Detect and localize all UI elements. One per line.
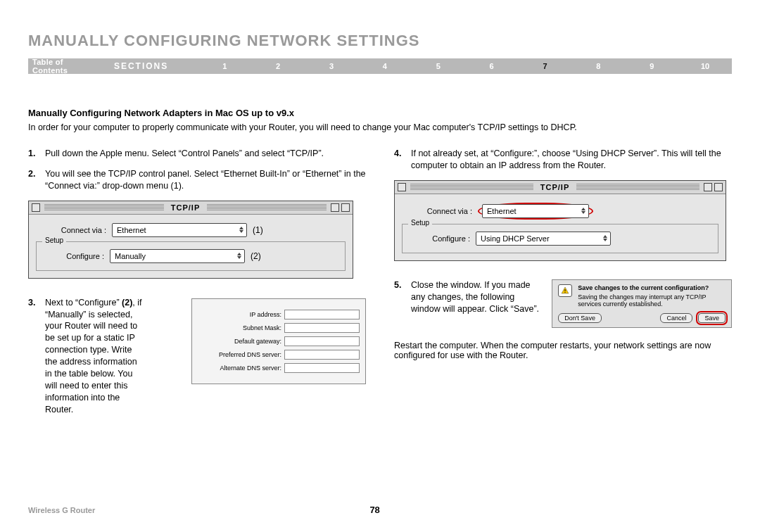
connect-via-value: Ethernet bbox=[117, 226, 146, 234]
connect-via-label: Connect via : bbox=[36, 226, 112, 234]
step-number: 5. bbox=[394, 279, 411, 315]
step-text: If not already set, at “Configure:”, cho… bbox=[411, 148, 732, 172]
window-title: TCP/IP bbox=[168, 203, 203, 212]
default-gateway-field[interactable] bbox=[284, 336, 360, 346]
dialog-question: Save changes to the current configuratio… bbox=[578, 284, 726, 291]
connect-via-dropdown[interactable]: Ethernet bbox=[482, 204, 589, 218]
configure-value: Manually bbox=[115, 252, 146, 260]
annotation-2: (2) bbox=[251, 251, 261, 261]
page-footer: Wireless G Router 78 bbox=[28, 505, 732, 515]
window-titlebar: TCP/IP bbox=[395, 181, 726, 194]
connect-via-value: Ethernet bbox=[487, 207, 517, 215]
save-button[interactable]: Save bbox=[698, 313, 726, 323]
subnet-mask-field[interactable] bbox=[284, 323, 360, 333]
svg-rect-1 bbox=[565, 292, 566, 293]
tcpip-window-dhcp: TCP/IP Connect via : Ethernet bbox=[394, 180, 726, 261]
setup-legend: Setup bbox=[42, 236, 66, 244]
annotation-1: (1) bbox=[253, 225, 263, 235]
section-6[interactable]: 6 bbox=[465, 62, 519, 70]
save-changes-dialog: Save changes to the current configuratio… bbox=[552, 279, 732, 328]
window-zoom-box[interactable] bbox=[331, 203, 339, 212]
step-number: 1. bbox=[28, 148, 45, 160]
titlebar-stripes bbox=[44, 204, 164, 211]
subnet-mask-label: Subnet Mask: bbox=[198, 324, 284, 331]
window-collapse-box[interactable] bbox=[341, 203, 350, 212]
step-text: Pull down the Apple menu. Select “Contro… bbox=[45, 148, 366, 160]
cancel-button[interactable]: Cancel bbox=[660, 313, 692, 323]
page-number: 78 bbox=[95, 505, 654, 515]
configure-label: Configure : bbox=[410, 234, 476, 243]
manual-page: MANUALLY CONFIGURING NETWORK SETTINGS Ta… bbox=[0, 0, 760, 532]
right-column: 4. If not already set, at “Configure:”, … bbox=[394, 148, 732, 424]
window-titlebar: TCP/IP bbox=[29, 201, 353, 215]
section-10[interactable]: 10 bbox=[678, 62, 732, 70]
titlebar-stripes bbox=[207, 204, 327, 211]
step-number: 4. bbox=[394, 148, 411, 172]
step-text: Next to “Configure” (2), if “Manually” i… bbox=[45, 297, 142, 416]
connect-via-dropdown[interactable]: Ethernet bbox=[112, 223, 247, 237]
step3-a: Next to “Configure” bbox=[45, 298, 122, 308]
window-title: TCP/IP bbox=[538, 183, 572, 191]
alternate-dns-field[interactable] bbox=[284, 363, 360, 373]
dropdown-arrows-icon bbox=[237, 253, 241, 259]
dropdown-arrows-icon bbox=[239, 227, 243, 233]
preferred-dns-field[interactable] bbox=[284, 350, 360, 360]
page-title: MANUALLY CONFIGURING NETWORK SETTINGS bbox=[28, 0, 732, 58]
dropdown-arrows-icon bbox=[603, 235, 607, 241]
tcpip-window-manual: TCP/IP Connect via : Ethernet (1) bbox=[28, 201, 353, 279]
configure-value: Using DHCP Server bbox=[481, 234, 550, 243]
ip-settings-table: IP address: Subnet Mask: Default gateway… bbox=[191, 298, 366, 384]
restart-text: Restart the computer. When the computer … bbox=[394, 341, 732, 360]
step-text: You will see the TCP/IP control panel. S… bbox=[45, 168, 366, 192]
step-5: 5. Close the window. If you made any cha… bbox=[394, 279, 540, 315]
step-3: 3. Next to “Configure” (2), if “Manually… bbox=[28, 297, 142, 416]
content-columns: 1. Pull down the Apple menu. Select “Con… bbox=[28, 148, 732, 424]
subheading: Manually Configuring Network Adapters in… bbox=[28, 108, 732, 118]
sections-label: SECTIONS bbox=[114, 61, 168, 71]
step-4: 4. If not already set, at “Configure:”, … bbox=[394, 148, 732, 172]
default-gateway-label: Default gateway: bbox=[198, 338, 284, 345]
product-name: Wireless G Router bbox=[28, 506, 95, 514]
configure-dropdown[interactable]: Using DHCP Server bbox=[476, 232, 611, 246]
step3-c: , if “Manually” is selected, your Router… bbox=[45, 298, 142, 414]
section-7-active[interactable]: 7 bbox=[519, 62, 572, 70]
section-4[interactable]: 4 bbox=[358, 62, 412, 70]
svg-rect-0 bbox=[565, 289, 566, 291]
section-5[interactable]: 5 bbox=[412, 62, 465, 70]
sections-nav: Table of Contents SECTIONS 1 2 3 4 5 6 7… bbox=[28, 58, 732, 74]
preferred-dns-label: Preferred DNS server: bbox=[198, 351, 284, 358]
configure-dropdown[interactable]: Manually bbox=[110, 249, 245, 263]
window-close-box[interactable] bbox=[398, 183, 406, 191]
dropdown-arrows-icon bbox=[581, 208, 585, 214]
window-collapse-box[interactable] bbox=[714, 183, 723, 191]
window-zoom-box[interactable] bbox=[704, 183, 712, 191]
warning-icon bbox=[558, 284, 572, 297]
section-2[interactable]: 2 bbox=[251, 62, 305, 70]
section-9[interactable]: 9 bbox=[625, 62, 678, 70]
alternate-dns-label: Alternate DNS server: bbox=[198, 365, 284, 372]
section-3[interactable]: 3 bbox=[305, 62, 358, 70]
ip-address-field[interactable] bbox=[284, 310, 360, 319]
configure-label: Configure : bbox=[44, 252, 110, 260]
setup-legend: Setup bbox=[408, 219, 432, 227]
window-close-box[interactable] bbox=[32, 203, 40, 212]
left-column: 1. Pull down the Apple menu. Select “Con… bbox=[28, 148, 366, 424]
step3-b: (2) bbox=[122, 298, 132, 308]
step-1: 1. Pull down the Apple menu. Select “Con… bbox=[28, 148, 366, 160]
dialog-info: Saving the changes may interrupt any TCP… bbox=[578, 293, 726, 308]
step-number: 2. bbox=[28, 168, 45, 192]
ip-address-label: IP address: bbox=[198, 311, 284, 318]
titlebar-stripes bbox=[410, 184, 533, 191]
titlebar-stripes bbox=[576, 184, 699, 191]
step-number: 3. bbox=[28, 297, 45, 416]
dont-save-button[interactable]: Don't Save bbox=[558, 313, 602, 323]
intro-text: In order for your computer to properly c… bbox=[28, 122, 732, 132]
section-1[interactable]: 1 bbox=[198, 62, 251, 70]
highlight-oval: Ethernet bbox=[478, 203, 593, 220]
connect-via-label: Connect via : bbox=[402, 207, 478, 215]
step-text: Close the window. If you made any change… bbox=[411, 279, 540, 315]
toc-link[interactable]: Table of Contents bbox=[32, 58, 96, 75]
section-8[interactable]: 8 bbox=[571, 62, 625, 70]
step-2: 2. You will see the TCP/IP control panel… bbox=[28, 168, 366, 192]
